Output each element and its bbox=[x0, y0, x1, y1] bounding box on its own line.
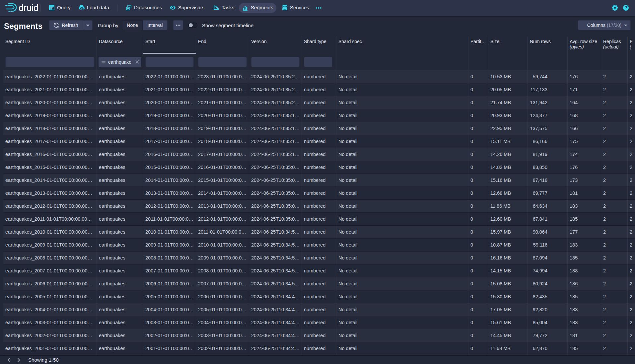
svg-text:?: ? bbox=[624, 5, 627, 10]
